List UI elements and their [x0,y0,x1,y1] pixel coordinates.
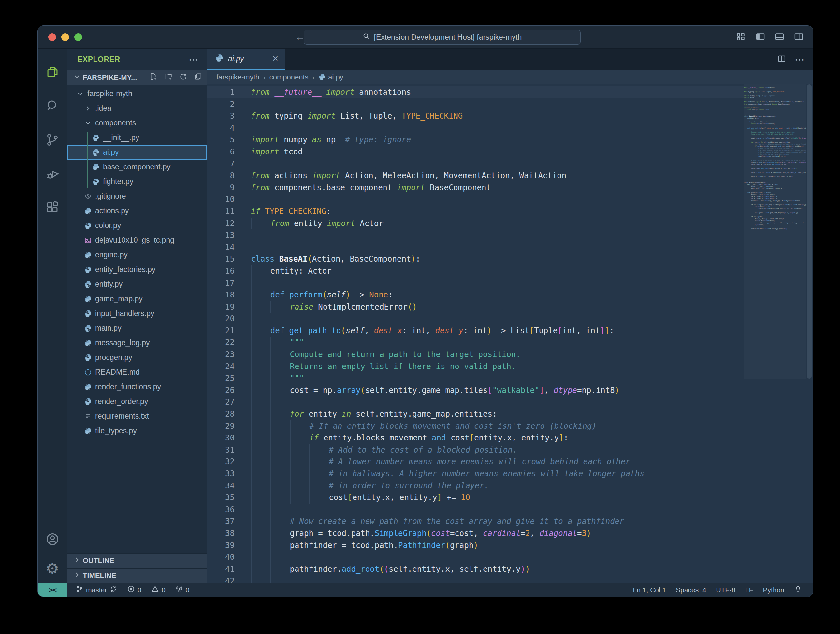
code-line-15[interactable]: 15class BaseAI(Action, BaseComponent): [207,253,744,265]
code-line-37[interactable]: 37 # Now create a new path from the cost… [207,516,744,527]
breadcrumbs[interactable]: farspike-myth›components›ai.py [207,70,813,84]
split-editor-icon[interactable] [777,54,786,65]
remote-indicator[interactable]: >< [38,583,67,596]
code-line-14[interactable]: 14 [207,241,744,254]
tree-item--gitignore[interactable]: .gitignore [67,189,207,203]
status-item-cursor-position[interactable]: Ln 1, Col 1 [633,586,666,594]
more-actions-icon[interactable]: ⋯ [795,54,805,65]
code-line-25[interactable]: 25 """ [207,372,744,385]
tab-ai-py[interactable]: ai.py ✕ [207,49,286,70]
status-item-encoding[interactable]: UTF-8 [716,586,736,594]
code-line-12[interactable]: 12 from entity import Actor [207,218,744,230]
tree-item-color-py[interactable]: color.py [67,218,207,233]
activity-bar-item-accounts[interactable] [38,525,67,554]
code-line-30[interactable]: 30 if entity.blocks_movement and cost[en… [207,432,744,444]
code-line-22[interactable]: 22 """ [207,336,744,349]
tree-item-game-map-py[interactable]: game_map.py [67,292,207,306]
activity-bar-item-extensions[interactable] [38,191,67,225]
code-line-42[interactable]: 42 [207,575,744,583]
tree-item-input-handlers-py[interactable]: input_handlers.py [67,306,207,321]
views-and-more-actions-button[interactable]: ⋯ [189,54,199,65]
activity-bar-item-search[interactable] [38,90,67,123]
code-line-29[interactable]: 29 # If an entity blocks movement and co… [207,420,744,432]
tree-item-requirements-txt[interactable]: requirements.txt [67,409,207,424]
tree-item-tile-types-py[interactable]: tile_types.py [67,424,207,438]
section-header-timeline[interactable]: TIMELINE [67,568,207,583]
tree-item-base-component-py[interactable]: base_component.py [67,160,207,174]
code-line-32[interactable]: 32 # A lower number means more enemies w… [207,456,744,468]
code-line-31[interactable]: 31 # Add to the cost of a blocked positi… [207,444,744,456]
activity-bar-item-settings[interactable]: ⚙ [38,554,67,583]
status-item-warnings[interactable]: 0 [151,585,166,595]
tree-item-farspike-myth[interactable]: farspike-myth [67,86,207,101]
refresh-icon[interactable] [179,73,187,83]
toggle-secondary-sidebar-icon[interactable] [794,32,804,43]
code-line-7[interactable]: 7 [207,158,744,170]
tree-item-entity-factories-py[interactable]: entity_factories.py [67,262,207,277]
code-line-17[interactable]: 17 [207,277,744,289]
close-tab-icon[interactable]: ✕ [272,54,279,63]
code-line-9[interactable]: 9from components.base_component import B… [207,182,744,194]
new-file-icon[interactable] [149,73,157,83]
scrollbar-thumb[interactable] [807,84,812,379]
code-line-13[interactable]: 13 [207,229,744,241]
tree-item-render-functions-py[interactable]: render_functions.py [67,380,207,394]
code-line-35[interactable]: 35 cost[entity.x, entity.y] += 10 [207,492,744,504]
minimap[interactable]: from __future__ import annotationsfrom t… [744,84,806,583]
code-line-27[interactable]: 27 [207,396,744,408]
code-line-23[interactable]: 23 Compute and return a path to the targ… [207,349,744,361]
tree-item-procgen-py[interactable]: procgen.py [67,350,207,365]
code-line-10[interactable]: 10 [207,194,744,206]
code-line-8[interactable]: 8from actions import Action, MeleeAction… [207,170,744,182]
code-line-5[interactable]: 5import numpy as np # type: ignore [207,134,744,146]
status-item-indentation[interactable]: Spaces: 4 [676,586,706,594]
toggle-panel-icon[interactable] [775,32,785,43]
minimize-window-button[interactable] [61,33,69,41]
code-line-36[interactable]: 36 [207,504,744,516]
workspace-section-header[interactable]: FARSPIKE-MY... [67,70,207,85]
status-item-broadcast[interactable]: 0 [175,585,189,595]
code-line-3[interactable]: 3from typing import List, Tuple, TYPE_CH… [207,110,744,122]
status-item-notifications[interactable] [794,585,804,595]
code-line-2[interactable]: 2 [207,98,744,110]
collapse-all-icon[interactable] [194,73,202,83]
code-line-39[interactable]: 39 pathfinder = tcod.path.Pathfinder(gra… [207,539,744,552]
tree-item--init-py[interactable]: __init__.py [67,130,207,145]
tree-item-engine-py[interactable]: engine.py [67,248,207,262]
customize-layout-icon[interactable] [736,32,746,43]
breadcrumb-farspike-myth[interactable]: farspike-myth [216,73,259,82]
command-center[interactable]: [Extension Development Host] farspike-my… [304,30,581,45]
status-item-eol[interactable]: LF [745,586,753,594]
code-line-33[interactable]: 33 # in hallways. A higher number means … [207,468,744,480]
breadcrumb-components[interactable]: components [270,73,309,82]
code-line-1[interactable]: 1from __future__ import annotations [207,86,744,98]
code-line-18[interactable]: 18 def perform(self) -> None: [207,289,744,301]
code-line-19[interactable]: 19 raise NotImplementedError() [207,301,744,313]
tree-item-render-order-py[interactable]: render_order.py [67,394,207,409]
code-line-20[interactable]: 20 [207,313,744,325]
tree-item-main-py[interactable]: main.py [67,321,207,336]
tree-item-entity-py[interactable]: entity.py [67,277,207,292]
status-item-git-branch[interactable]: master [76,585,117,595]
tree-item-actions-py[interactable]: actions.py [67,203,207,218]
tree-item-dejavu10x10-gs-tc-png[interactable]: dejavu10x10_gs_tc.png [67,233,207,248]
code-line-16[interactable]: 16 entity: Actor [207,265,744,277]
code-line-28[interactable]: 28 for entity in self.entity.game_map.en… [207,408,744,420]
activity-bar-item-explorer[interactable] [38,56,67,90]
tree-item-fighter-py[interactable]: fighter.py [67,174,207,189]
code-line-26[interactable]: 26 cost = np.array(self.entity.game_map.… [207,385,744,396]
code-line-6[interactable]: 6import tcod [207,146,744,158]
code-line-41[interactable]: 41 pathfinder.add_root((self.entity.x, s… [207,563,744,576]
activity-bar-item-source-control[interactable] [38,123,67,157]
code-line-4[interactable]: 4 [207,122,744,134]
status-item-language-mode[interactable]: Python [763,586,784,594]
code-line-11[interactable]: 11if TYPE_CHECKING: [207,206,744,218]
close-window-button[interactable] [48,33,56,41]
tree-item-readme-md[interactable]: README.md [67,365,207,380]
code-line-40[interactable]: 40 [207,551,744,563]
editor-scrollbar[interactable] [806,84,813,583]
tree-item-ai-py[interactable]: ai.py [67,145,207,160]
code-editor[interactable]: 1from __future__ import annotations23fro… [207,84,744,583]
code-line-21[interactable]: 21 def get_path_to(self, dest_x: int, de… [207,325,744,337]
new-folder-icon[interactable] [164,73,172,83]
